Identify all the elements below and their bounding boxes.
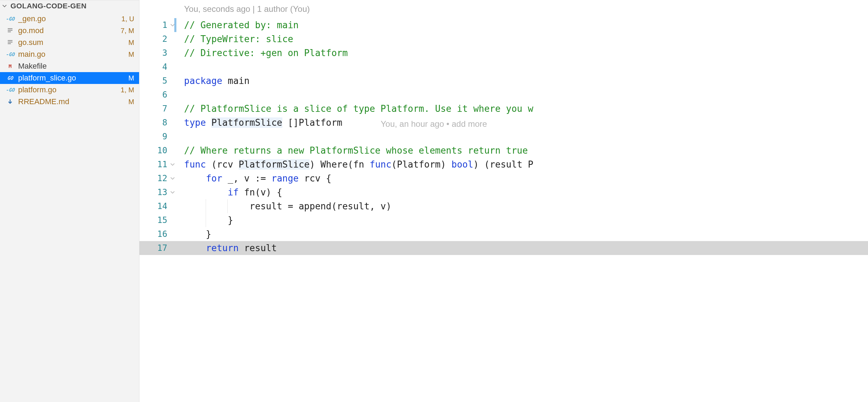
file-row[interactable]: go.mod7, M: [0, 25, 139, 37]
indent-guide: [206, 213, 206, 227]
line-number: 3: [155, 46, 167, 60]
code-line[interactable]: 1// Generated by: main: [139, 18, 868, 32]
file-row[interactable]: GOplatform_slice.goM: [0, 72, 139, 84]
code-content[interactable]: if fn(v) {: [178, 185, 868, 199]
code-content[interactable]: func (rcv PlatformSlice) Where(fn func(P…: [178, 157, 868, 171]
code-token: // PlatformSlice is a slice of type Plat…: [184, 103, 533, 114]
file-row[interactable]: go.sumM: [0, 37, 139, 48]
explorer-project-header[interactable]: GOLANG-CODE-GEN: [0, 0, 139, 13]
file-name: go.mod: [18, 26, 117, 35]
code-token: [206, 117, 212, 128]
line-gutter[interactable]: 6: [139, 88, 178, 102]
file-list: -GO_gen.go1, Ugo.mod7, Mgo.sumM-GOmain.g…: [0, 13, 139, 108]
line-gutter[interactable]: 16: [139, 227, 178, 241]
line-gutter[interactable]: 17: [139, 241, 178, 255]
code-line[interactable]: 17 return result: [139, 241, 868, 255]
file-git-status: M: [128, 39, 134, 47]
file-name: RREADME.md: [18, 97, 125, 106]
code-token: ) (result P: [473, 159, 533, 170]
file-row[interactable]: RREADME.mdM: [0, 96, 139, 108]
code-token: PlatformSlice: [211, 117, 282, 128]
line-number: 4: [155, 60, 167, 74]
file-git-status: M: [128, 51, 134, 59]
cursor-indicator: [174, 18, 176, 32]
code-line[interactable]: 2// TypeWriter: slice: [139, 32, 868, 46]
code-content[interactable]: type PlatformSlice []PlatformYou, an hou…: [178, 116, 868, 130]
line-gutter[interactable]: 3: [139, 46, 178, 60]
code-content[interactable]: }: [178, 227, 868, 241]
code-content[interactable]: // TypeWriter: slice: [178, 32, 868, 46]
line-gutter[interactable]: 7: [139, 102, 178, 116]
line-gutter[interactable]: 12: [139, 171, 178, 185]
code-content[interactable]: // Generated by: main: [178, 18, 868, 32]
code-line[interactable]: 8type PlatformSlice []PlatformYou, an ho…: [139, 116, 868, 130]
code-line[interactable]: 6: [139, 88, 868, 102]
code-content[interactable]: }: [178, 213, 868, 227]
fold-icon[interactable]: [169, 161, 176, 168]
code-content[interactable]: // PlatformSlice is a slice of type Plat…: [178, 102, 868, 116]
file-row[interactable]: -GOplatform.go1, M: [0, 84, 139, 96]
file-type-icon: [6, 39, 15, 46]
fold-icon[interactable]: [169, 189, 176, 195]
file-type-icon: GO: [6, 75, 15, 81]
file-type-icon: [6, 28, 15, 34]
line-gutter[interactable]: 11: [139, 157, 178, 171]
line-gutter[interactable]: 1: [139, 18, 178, 32]
code-token: bool: [451, 159, 473, 170]
line-gutter[interactable]: 8: [139, 116, 178, 130]
line-number: 17: [155, 241, 167, 255]
code-token: result = append(result, v): [184, 201, 391, 211]
code-token: rcv {: [299, 173, 332, 184]
code-line[interactable]: 12 for _, v := range rcv {: [139, 171, 868, 185]
code-line[interactable]: 15 }: [139, 213, 868, 227]
code-line[interactable]: 11func (rcv PlatformSlice) Where(fn func…: [139, 157, 868, 171]
file-type-icon: [6, 99, 15, 105]
file-name: platform.go: [18, 85, 117, 94]
code-content[interactable]: // Where returns a new PlatformSlice who…: [178, 144, 868, 157]
line-gutter[interactable]: 13: [139, 185, 178, 199]
line-gutter[interactable]: 10: [139, 144, 178, 157]
line-gutter[interactable]: 9: [139, 130, 178, 144]
code-token: func: [370, 159, 391, 170]
codelens-annotation[interactable]: You, seconds ago | 1 author (You): [139, 0, 868, 18]
code-line[interactable]: 13 if fn(v) {: [139, 185, 868, 199]
code-token: // Where returns a new PlatformSlice who…: [184, 145, 533, 156]
code-content[interactable]: return result: [178, 241, 868, 255]
line-gutter[interactable]: 4: [139, 60, 178, 74]
file-row[interactable]: -GO_gen.go1, U: [0, 13, 139, 25]
file-git-status: M: [128, 74, 134, 82]
line-gutter[interactable]: 5: [139, 74, 178, 88]
code-token: []Platform: [282, 117, 342, 128]
file-name: main.go: [18, 50, 125, 59]
code-line[interactable]: 7// PlatformSlice is a slice of type Pla…: [139, 102, 868, 116]
file-row[interactable]: -GOmain.goM: [0, 48, 139, 60]
code-token: for: [206, 173, 222, 184]
code-line[interactable]: 9: [139, 130, 868, 144]
code-line[interactable]: 3// Directive: +gen on Platform: [139, 46, 868, 60]
line-gutter[interactable]: 15: [139, 213, 178, 227]
code-content[interactable]: for _, v := range rcv {: [178, 171, 868, 185]
code-editor[interactable]: You, seconds ago | 1 author (You) 1// Ge…: [139, 0, 868, 402]
file-name: platform_slice.go: [18, 74, 125, 83]
code-token: (Platform): [391, 159, 451, 170]
file-explorer: GOLANG-CODE-GEN -GO_gen.go1, Ugo.mod7, M…: [0, 0, 139, 402]
line-number: 5: [155, 74, 167, 88]
code-token: fn(v) {: [239, 187, 282, 198]
code-content[interactable]: // Directive: +gen on Platform: [178, 46, 868, 60]
code-token: type: [184, 117, 206, 128]
line-gutter[interactable]: 14: [139, 199, 178, 213]
file-row[interactable]: MMakefile: [0, 60, 139, 72]
code-token: range: [271, 173, 298, 184]
code-line[interactable]: 10// Where returns a new PlatformSlice w…: [139, 144, 868, 157]
code-token: // Generated by: main: [184, 20, 299, 30]
line-gutter[interactable]: 2: [139, 32, 178, 46]
code-token: PlatformSlice: [239, 159, 310, 170]
code-content[interactable]: result = append(result, v): [178, 199, 868, 213]
code-token: // TypeWriter: slice: [184, 34, 293, 44]
code-content[interactable]: package main: [178, 74, 868, 88]
code-line[interactable]: 4: [139, 60, 868, 74]
fold-icon[interactable]: [169, 175, 176, 181]
code-line[interactable]: 14 result = append(result, v): [139, 199, 868, 213]
code-line[interactable]: 16 }: [139, 227, 868, 241]
code-line[interactable]: 5package main: [139, 74, 868, 88]
